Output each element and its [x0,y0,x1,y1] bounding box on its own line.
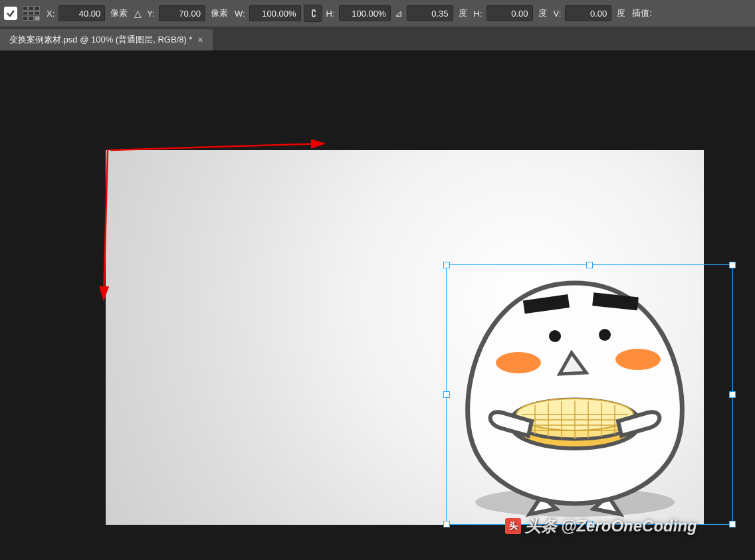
handle-tm[interactable] [586,262,593,268]
link-aspect-button[interactable] [304,5,322,22]
w-field[interactable]: 100.00% [249,5,301,21]
tab-close-button[interactable]: × [197,35,203,45]
watermark-handle: @ZeroOneCoding [561,517,697,535]
delta-icon[interactable]: △ [133,8,143,19]
h-label: H: [325,9,336,19]
handle-bl[interactable] [443,521,450,527]
transform-options-bar: X: 40.00 像素 △ Y: 70.00 像素 W: 100.00% H: … [0,0,755,27]
commit-checkbox[interactable] [4,7,17,20]
toutiao-icon: 头 [505,518,521,534]
canvas-area[interactable]: 头 头条 @ZeroOneCoding [0,50,755,560]
link-icon [308,9,318,18]
angle-unit: 度 [456,7,470,19]
handle-mr[interactable] [729,391,736,398]
vskew-label: V: [552,9,563,19]
y-field[interactable]: 70.00 [159,5,205,21]
y-label: Y: [146,9,156,19]
y-unit: 像素 [208,7,231,19]
angle-icon: ⊿ [393,8,404,19]
document-tab[interactable]: 变换案例素材.psd @ 100% (普通图层, RGB/8) * × [0,29,213,50]
h-field[interactable]: 100.00% [339,5,391,21]
hskew-unit: 度 [536,7,550,19]
x-label: X: [45,9,56,19]
handle-tl[interactable] [443,262,450,268]
angle-field[interactable]: 0.35 [407,5,453,21]
handle-ml[interactable] [443,391,450,398]
hskew-label: H: [473,9,484,19]
watermark: 头 头条 @ZeroOneCoding [505,515,697,537]
check-icon [6,9,15,18]
x-field[interactable]: 40.00 [58,5,105,21]
watermark-prefix: 头条 [525,515,557,537]
vskew-field[interactable]: 0.00 [565,5,611,21]
document-tab-bar: 变换案例素材.psd @ 100% (普通图层, RGB/8) * × [0,27,755,50]
svg-line-0 [110,143,324,150]
w-label: W: [233,9,247,19]
handle-br[interactable] [729,521,736,527]
interp-label: 插值: [631,7,653,19]
tab-title: 变换案例素材.psd @ 100% (普通图层, RGB/8) * [9,34,192,46]
handle-tr[interactable] [729,262,736,268]
hskew-field[interactable]: 0.00 [486,5,533,21]
vskew-unit: 度 [614,7,628,19]
x-unit: 像素 [108,7,130,19]
transform-bounding-box[interactable] [446,264,733,525]
reference-point-grid[interactable] [23,6,40,21]
